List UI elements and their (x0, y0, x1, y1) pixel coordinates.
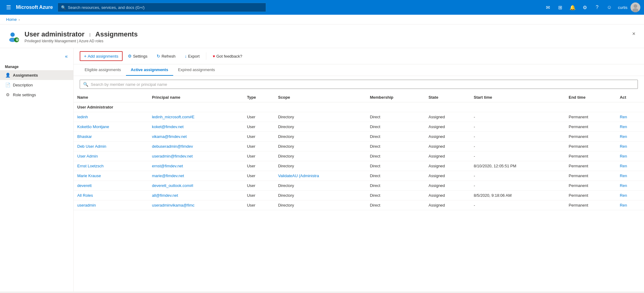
row-name-link[interactable]: ledinh (77, 115, 88, 119)
tab-expired-assignments[interactable]: Expired assignments (173, 64, 220, 76)
add-assignments-button[interactable]: + Add assignments (80, 51, 123, 61)
page-header-icon: ⚙ (6, 29, 21, 44)
row-name-link[interactable]: Marie Krause (77, 173, 101, 178)
page-role-title: User administrator (25, 30, 85, 38)
refresh-icon: ↻ (157, 54, 160, 59)
assignments-icon: 👤 (5, 73, 10, 78)
col-principal: Principal name (148, 93, 243, 102)
refresh-button[interactable]: ↻ Refresh (153, 51, 180, 61)
sidebar-assignments-label: Assignments (13, 73, 38, 78)
smiley-icon[interactable]: ☺ (604, 2, 615, 13)
row-type: User (243, 122, 275, 132)
row-principal-link[interactable]: useradmin@fimdev.net (152, 154, 193, 158)
nav-icons: ✉ ⊞ 🔔 ⚙ ? ☺ curtis (543, 2, 640, 13)
feedback-button[interactable]: ♥ Got feedback? (209, 52, 246, 61)
tab-active-assignments[interactable]: Active assignments (126, 64, 173, 76)
row-name-link[interactable]: useradmin (77, 203, 96, 207)
row-type: User (243, 191, 275, 200)
email-icon[interactable]: ✉ (543, 2, 554, 13)
refresh-label: Refresh (162, 54, 176, 59)
toolbar: + Add assignments ⚙ Settings ↻ Refresh ↓… (74, 48, 644, 64)
row-principal-link[interactable]: useradminvikama@fimc (152, 203, 195, 207)
page-section-title: Assignments (95, 30, 138, 38)
row-principal-link[interactable]: all@fimdev.net (152, 193, 178, 198)
row-action-link[interactable]: Ren (620, 154, 627, 158)
table-body: User Administratorledinhledinh_microsoft… (74, 102, 644, 210)
add-assignments-label: Add assignments (88, 54, 118, 59)
sidebar: « Manage 👤 Assignments 📄 Description ⚙ R… (0, 48, 74, 291)
export-button[interactable]: ↓ Export (181, 51, 204, 61)
row-action-link[interactable]: Ren (620, 115, 627, 119)
heart-icon: ♥ (213, 54, 215, 59)
sidebar-item-description[interactable]: 📄 Description (0, 80, 73, 90)
row-name-link[interactable]: Ernst Loetzsch (77, 164, 104, 168)
global-search-input[interactable] (68, 5, 263, 10)
row-principal-link[interactable]: vikama@fimdev.net (152, 134, 187, 139)
row-name-link[interactable]: Deb User Admin (77, 144, 106, 149)
row-scope: Directory (274, 132, 366, 142)
row-type: User (243, 151, 275, 161)
row-scope-link[interactable]: ValidateAU (Administra (278, 173, 319, 178)
plus-icon: + (84, 54, 86, 59)
page-header-subtitle: Privileged Identity Management | Azure A… (25, 39, 138, 43)
row-action-link[interactable]: Ren (620, 124, 627, 129)
sidebar-collapse-button[interactable]: « (63, 53, 70, 60)
row-name-link[interactable]: deverett (77, 183, 92, 188)
table-row: Deb User Admindebuseradmin@fimdevUserDir… (74, 142, 644, 151)
table-row: All Rolesall@fimdev.netUserDirectoryDire… (74, 191, 644, 200)
table-row: User Adminuseradmin@fimdev.netUserDirect… (74, 151, 644, 161)
bell-icon[interactable]: 🔔 (567, 2, 578, 13)
row-name-link[interactable]: All Roles (77, 193, 93, 198)
row-action-link[interactable]: Ren (620, 193, 627, 198)
settings-button[interactable]: ⚙ Settings (124, 51, 151, 61)
row-end-time: Permanent (565, 191, 616, 200)
col-end-time: End time (565, 93, 616, 102)
sidebar-item-role-settings[interactable]: ⚙ Role settings (0, 90, 73, 100)
row-principal-link[interactable]: marie@fimdev.net (152, 173, 184, 178)
row-name-link[interactable]: Koketšo Montjane (77, 124, 109, 129)
settings-icon[interactable]: ⚙ (579, 2, 590, 13)
search-input[interactable] (91, 82, 634, 87)
row-state: Assigned (425, 171, 470, 181)
breadcrumb-separator: › (19, 18, 20, 21)
search-input-wrap[interactable]: 🔍 (80, 80, 638, 89)
row-action-link[interactable]: Ren (620, 134, 627, 139)
row-state: Assigned (425, 142, 470, 151)
row-name-link[interactable]: Bhaskar (77, 134, 92, 139)
portal-icon[interactable]: ⊞ (555, 2, 566, 13)
row-principal-link[interactable]: debuseradmin@fimdev (152, 144, 193, 149)
table-container: Name Principal name Type Scope Membershi… (74, 93, 644, 210)
row-action-link[interactable]: Ren (620, 164, 627, 168)
row-start-time: - (470, 122, 565, 132)
row-principal-link[interactable]: deverett_outlook.com#l (152, 183, 193, 188)
row-state: Assigned (425, 191, 470, 200)
row-membership: Direct (366, 200, 425, 210)
row-type: User (243, 200, 275, 210)
row-state: Assigned (425, 112, 470, 122)
row-action-link[interactable]: Ren (620, 183, 627, 188)
row-state: Assigned (425, 132, 470, 142)
tab-eligible-assignments[interactable]: Eligible assignments (80, 64, 126, 76)
row-state: Assigned (425, 122, 470, 132)
row-action-link[interactable]: Ren (620, 173, 627, 178)
close-button[interactable]: × (630, 29, 638, 38)
row-principal-link[interactable]: ledinh_microsoft.com#E (152, 115, 195, 119)
row-principal-link[interactable]: koket@fimdev.net (152, 124, 184, 129)
row-action-link[interactable]: Ren (620, 144, 627, 149)
global-search-bar[interactable]: 🔍 (58, 3, 266, 12)
row-type: User (243, 112, 275, 122)
avatar[interactable] (631, 2, 640, 12)
sidebar-item-assignments[interactable]: 👤 Assignments (0, 70, 73, 80)
gear-icon: ⚙ (128, 54, 132, 59)
help-icon[interactable]: ? (592, 2, 603, 13)
row-principal-link[interactable]: ernst@fimdev.net (152, 164, 183, 168)
row-start-time: 8/5/2020, 9:18:06 AM (470, 191, 565, 200)
row-membership: Direct (366, 181, 425, 191)
row-name-link[interactable]: User Admin (77, 154, 98, 158)
row-scope: Directory (274, 161, 366, 171)
row-action-link[interactable]: Ren (620, 203, 627, 207)
hamburger-menu[interactable]: ☰ (4, 3, 13, 12)
row-type: User (243, 181, 275, 191)
breadcrumb-home[interactable]: Home (6, 17, 17, 22)
user-name[interactable]: curtis (616, 4, 629, 11)
